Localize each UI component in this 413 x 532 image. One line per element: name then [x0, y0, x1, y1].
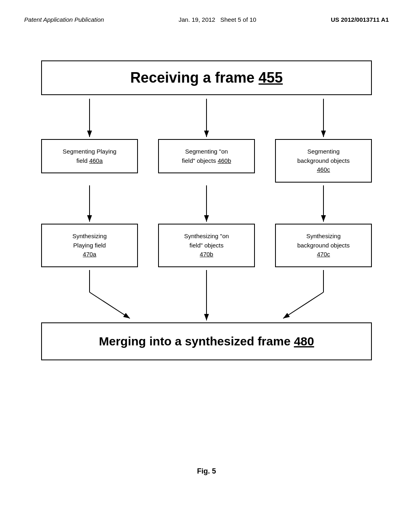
syn-onfield-label: Synthesizing "onfield" objects — [184, 233, 229, 249]
synthesizing-background-box: Synthesizingbackground objects470c — [275, 224, 372, 267]
header-patent-number: US 2012/0013711 A1 — [331, 16, 389, 23]
receiving-frame-box: Receiving a frame 455 — [41, 60, 372, 95]
mid-left-wrapper: Segmenting Playingfield 460a — [41, 139, 138, 173]
segmenting-playing-field-box: Segmenting Playingfield 460a — [41, 139, 138, 173]
receiving-frame-text: Receiving a frame 455 — [130, 69, 283, 86]
seg-playing-number: 460a — [89, 157, 102, 164]
bot-center-wrapper: Synthesizing "onfield" objects470b — [158, 224, 255, 267]
syn-bg-number: 470c — [317, 251, 330, 258]
receiving-frame-label: Receiving a frame — [130, 69, 259, 86]
synthesizing-playing-field-box: SynthesizingPlaying field470a — [41, 224, 138, 267]
page-header: Patent Application Publication Jan. 19, … — [0, 0, 413, 23]
receiving-frame-number: 455 — [259, 69, 283, 86]
header-publication-type: Patent Application Publication — [24, 16, 104, 23]
seg-onfield-number: 460b — [218, 157, 231, 164]
syn-playing-number: 470a — [83, 251, 96, 258]
mid-right-wrapper: Segmentingbackground objects460c — [275, 139, 372, 183]
syn-playing-label: SynthesizingPlaying field — [72, 233, 106, 249]
top-box-wrapper: Receiving a frame 455 — [41, 60, 372, 95]
merging-frame-box: Merging into a synthesized frame 480 — [41, 322, 372, 360]
figure-label: Fig. 5 — [197, 467, 216, 475]
header-date-sheet: Jan. 19, 2012 Sheet 5 of 10 — [179, 16, 257, 23]
segmenting-background-box: Segmentingbackground objects460c — [275, 139, 372, 183]
merging-number: 480 — [294, 335, 314, 348]
merging-label: Merging into a synthesized frame — [99, 335, 294, 348]
mid-center-wrapper: Segmenting "onfield" objects 460b — [158, 139, 255, 173]
merging-frame-text: Merging into a synthesized frame 480 — [99, 335, 314, 348]
figure-caption: Fig. 5 — [197, 467, 216, 476]
seg-bg-label: Segmentingbackground objects — [297, 148, 350, 164]
synthesizing-on-field-box: Synthesizing "onfield" objects470b — [158, 224, 255, 267]
header-sheet: Sheet 5 of 10 — [220, 16, 256, 23]
svg-line-11 — [283, 292, 323, 318]
header-date: Jan. 19, 2012 — [179, 16, 215, 23]
bot-right-wrapper: Synthesizingbackground objects470c — [275, 224, 372, 267]
segmenting-on-field-box: Segmenting "onfield" objects 460b — [158, 139, 255, 173]
diagram-container: Receiving a frame 455 Segmenting Playing… — [41, 60, 372, 391]
bot-left-wrapper: SynthesizingPlaying field470a — [41, 224, 138, 267]
svg-line-8 — [90, 292, 130, 318]
syn-bg-label: Synthesizingbackground objects — [297, 233, 350, 249]
syn-onfield-number: 470b — [200, 251, 213, 258]
seg-bg-number: 460c — [317, 166, 330, 173]
final-box-wrapper: Merging into a synthesized frame 480 — [41, 322, 372, 360]
